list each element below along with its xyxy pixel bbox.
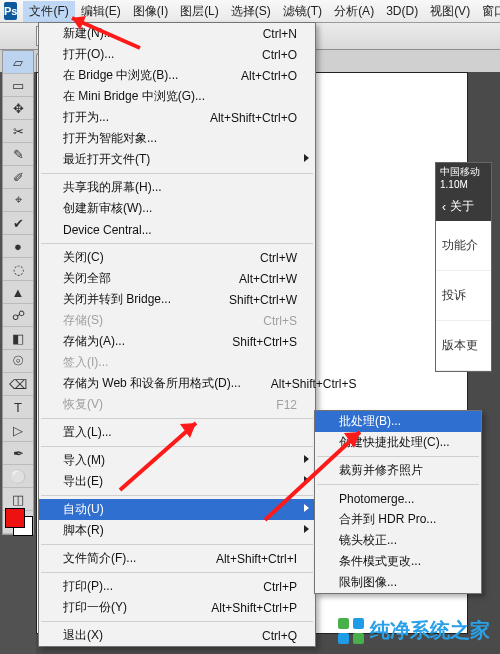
tool-blur[interactable]: ☍	[3, 304, 33, 327]
menu-item[interactable]: 最近打开文件(T)	[39, 149, 315, 170]
phone-title: 关于	[450, 198, 474, 215]
menu-item[interactable]: 创建新审核(W)...	[39, 198, 315, 219]
menu-item[interactable]: 存储为(A)...Shift+Ctrl+S	[39, 331, 315, 352]
menu-item-label: Photomerge...	[339, 492, 463, 506]
menu-view[interactable]: 视图(V)	[424, 1, 476, 22]
watermark: 纯净系统之家	[338, 617, 490, 644]
back-icon[interactable]: ‹	[442, 200, 446, 214]
menu-item[interactable]: 文件简介(F)...Alt+Shift+Ctrl+I	[39, 548, 315, 569]
menu-item-label: 限制图像...	[339, 574, 463, 591]
menu-file[interactable]: 文件(F)	[23, 1, 74, 22]
menu-analysis[interactable]: 分析(A)	[328, 1, 380, 22]
menu-item-label: 存储(S)	[63, 312, 233, 329]
menu-item[interactable]: 置入(L)...	[39, 422, 315, 443]
phone-preview: 中国移动 1.10M ‹关于 功能介 投诉 版本更	[435, 162, 492, 372]
tool-path[interactable]: ▷	[3, 419, 33, 442]
phone-statusbar: 中国移动 1.10M	[436, 163, 491, 192]
file-dropdown-menu: 新建(N)...Ctrl+N打开(O)...Ctrl+O在 Bridge 中浏览…	[38, 22, 316, 647]
menu-item[interactable]: Device Central...	[39, 219, 315, 240]
tool-marquee[interactable]: ▭	[3, 74, 33, 97]
menu-separator	[41, 446, 313, 447]
menu-item[interactable]: 导出(E)	[39, 471, 315, 492]
fg-color-icon[interactable]	[5, 508, 25, 528]
tool-spot-heal[interactable]: ✐	[3, 166, 33, 189]
menu-item[interactable]: 脚本(R)	[39, 520, 315, 541]
menu-item[interactable]: 在 Bridge 中浏览(B)...Alt+Ctrl+O	[39, 65, 315, 86]
menu-item-shortcut: Alt+Shift+Ctrl+O	[210, 111, 297, 125]
menu-layer[interactable]: 图层(L)	[174, 1, 225, 22]
tool-type[interactable]: ⌫	[3, 373, 33, 396]
menu-item[interactable]: 裁剪并修齐照片	[315, 460, 481, 481]
watermark-text: 纯净系统之家	[370, 617, 490, 644]
menu-item[interactable]: 打开(O)...Ctrl+O	[39, 44, 315, 65]
phone-item[interactable]: 功能介	[436, 221, 491, 271]
menu-item-label: 存储为(A)...	[63, 333, 202, 350]
tool-history-brush[interactable]: ●	[3, 235, 33, 258]
menu-item[interactable]: 自动(U)	[39, 499, 315, 520]
menu-item[interactable]: 关闭(C)Ctrl+W	[39, 247, 315, 268]
menu-item[interactable]: 镜头校正...	[315, 530, 481, 551]
menu-item[interactable]: 批处理(B)...	[315, 411, 481, 432]
menu-item-label: 打开为...	[63, 109, 180, 126]
menu-window[interactable]: 窗口(W)	[476, 1, 500, 22]
menu-item[interactable]: 退出(X)Ctrl+Q	[39, 625, 315, 646]
phone-item[interactable]: 投诉	[436, 271, 491, 321]
submenu-arrow-icon	[304, 476, 309, 484]
menu-item-shortcut: Alt+Shift+Ctrl+S	[271, 377, 357, 391]
menu-item[interactable]: 在 Mini Bridge 中浏览(G)...	[39, 86, 315, 107]
menu-item[interactable]: 条件模式更改...	[315, 551, 481, 572]
tool-3d[interactable]: ⚪	[3, 465, 33, 488]
menu-3d[interactable]: 3D(D)	[380, 2, 424, 20]
tool-brush[interactable]: ⌖	[3, 189, 33, 212]
menu-item[interactable]: 新建(N)...Ctrl+N	[39, 23, 315, 44]
menu-item-label: 打印一份(Y)	[63, 599, 181, 616]
app-logo: Ps	[4, 2, 17, 20]
menu-item[interactable]: 创建快捷批处理(C)...	[315, 432, 481, 453]
menu-item[interactable]: 打开为...Alt+Shift+Ctrl+O	[39, 107, 315, 128]
tool-shape[interactable]: ✒	[3, 442, 33, 465]
tool-dodge[interactable]: ◧	[3, 327, 33, 350]
menu-item-shortcut: Ctrl+W	[260, 251, 297, 265]
menu-item[interactable]: 存储为 Web 和设备所用格式(D)...Alt+Shift+Ctrl+S	[39, 373, 315, 394]
tool-eyedropper[interactable]: ✎	[3, 143, 33, 166]
menu-item[interactable]: 关闭全部Alt+Ctrl+W	[39, 268, 315, 289]
tool-clone[interactable]: ✔	[3, 212, 33, 235]
menu-item-label: 文件简介(F)...	[63, 550, 186, 567]
menu-item[interactable]: 打印一份(Y)Alt+Shift+Ctrl+P	[39, 597, 315, 618]
menu-item-label: 打印(P)...	[63, 578, 233, 595]
menu-item-label: 最近打开文件(T)	[63, 151, 297, 168]
tool-move[interactable]: ▱	[3, 51, 33, 74]
tool-eraser[interactable]: ◌	[3, 258, 33, 281]
menu-separator	[317, 456, 479, 457]
menu-item-label: 在 Mini Bridge 中浏览(G)...	[63, 88, 297, 105]
menu-bar: Ps 文件(F) 编辑(E) 图像(I) 图层(L) 选择(S) 滤镜(T) 分…	[0, 0, 500, 23]
tool-gradient[interactable]: ▲	[3, 281, 33, 304]
menu-item: 签入(I)...	[39, 352, 315, 373]
menu-item[interactable]: 关闭并转到 Bridge...Shift+Ctrl+W	[39, 289, 315, 310]
menu-item-shortcut: Alt+Ctrl+O	[241, 69, 297, 83]
menu-image[interactable]: 图像(I)	[127, 1, 174, 22]
menu-item[interactable]: Photomerge...	[315, 488, 481, 509]
menu-edit[interactable]: 编辑(E)	[75, 1, 127, 22]
menu-separator	[41, 418, 313, 419]
menu-select[interactable]: 选择(S)	[225, 1, 277, 22]
menu-item[interactable]: 共享我的屏幕(H)...	[39, 177, 315, 198]
menu-item[interactable]: 合并到 HDR Pro...	[315, 509, 481, 530]
color-swatches[interactable]	[2, 505, 32, 537]
tool-text[interactable]: T	[3, 396, 33, 419]
tool-lasso[interactable]: ✥	[3, 97, 33, 120]
menu-item[interactable]: 导入(M)	[39, 450, 315, 471]
menu-filter[interactable]: 滤镜(T)	[277, 1, 328, 22]
auto-submenu: 批处理(B)...创建快捷批处理(C)...裁剪并修齐照片Photomerge.…	[314, 410, 482, 594]
tool-pen[interactable]: ⦾	[3, 350, 33, 373]
menu-item-label: Device Central...	[63, 223, 297, 237]
menu-item[interactable]: 限制图像...	[315, 572, 481, 593]
menu-item-label: 退出(X)	[63, 627, 232, 644]
menu-item-shortcut: Ctrl+S	[263, 314, 297, 328]
menu-item-label: 打开为智能对象...	[63, 130, 297, 147]
tool-crop[interactable]: ✂	[3, 120, 33, 143]
menu-item[interactable]: 打开为智能对象...	[39, 128, 315, 149]
phone-item[interactable]: 版本更	[436, 321, 491, 371]
menu-item[interactable]: 打印(P)...Ctrl+P	[39, 576, 315, 597]
menu-separator	[41, 173, 313, 174]
